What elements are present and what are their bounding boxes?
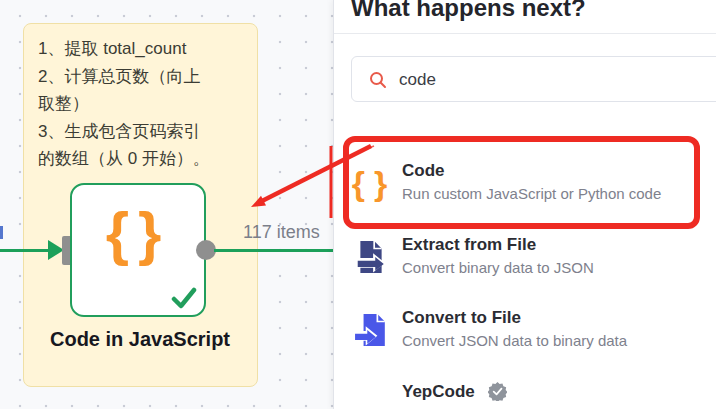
sticky-line: 取整）: [38, 90, 246, 118]
node-option-code[interactable]: { } Code Run custom JavaScript or Python…: [346, 159, 704, 217]
sticky-line: 2、计算总页数（向上: [38, 63, 246, 91]
code-node[interactable]: {}: [70, 183, 206, 317]
items-count-badge: 117 items: [243, 222, 320, 243]
node-option-yepcode[interactable]: YepCode: [346, 380, 704, 409]
sticky-line: 3、生成包含页码索引: [38, 118, 246, 146]
sticky-line: 的数组（从 0 开始）。: [38, 145, 246, 173]
input-connection-line: [0, 249, 52, 252]
node-option-title: Code: [402, 161, 445, 181]
node-option-subtitle: Run custom JavaScript or Python code: [402, 185, 661, 202]
sticky-line: 1、提取 total_count: [38, 35, 246, 63]
extract-from-file-icon: [350, 233, 392, 281]
node-label: Code in JavaScript: [37, 328, 243, 351]
clipped-node-text-fragment: [0, 226, 3, 239]
panel-title: What happens next?: [351, 0, 586, 22]
search-input[interactable]: [399, 67, 689, 93]
sticky-note-text: 1、提取 total_count 2、计算总页数（向上 取整） 3、生成包含页码…: [38, 35, 246, 173]
curly-braces-icon: { }: [350, 159, 392, 207]
workflow-canvas[interactable]: 1、提取 total_count 2、计算总页数（向上 取整） 3、生成包含页码…: [0, 0, 334, 409]
node-search-box[interactable]: [351, 56, 716, 102]
divider: [334, 33, 716, 34]
output-connection-line: [214, 249, 334, 252]
node-option-title: YepCode: [402, 382, 475, 402]
node-option-title: Extract from File: [402, 235, 536, 255]
node-option-title: Convert to File: [402, 308, 521, 328]
curly-braces-icon: {}: [72, 199, 204, 268]
node-option-subtitle: Convert JSON data to binary data: [402, 332, 627, 349]
node-option-convert-to-file[interactable]: Convert to File Convert JSON data to bin…: [346, 306, 704, 364]
search-icon: [369, 71, 387, 89]
node-option-extract-from-file[interactable]: Extract from File Convert binary data to…: [346, 233, 704, 291]
nodes-panel: What happens next? { } Code Run custom J…: [333, 0, 716, 409]
node-output-port[interactable]: [196, 240, 216, 260]
node-option-subtitle: Convert binary data to JSON: [402, 259, 594, 276]
success-check-icon: [171, 287, 197, 309]
convert-to-file-icon: [350, 306, 392, 354]
verified-badge-icon: [488, 382, 507, 401]
